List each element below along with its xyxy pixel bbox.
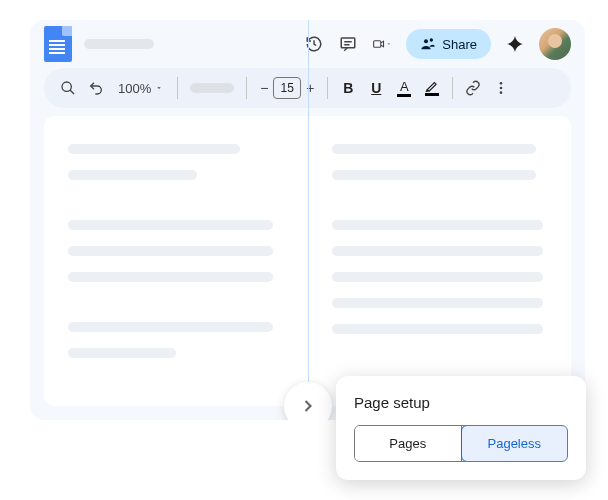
font-size-control: − 15 + [255, 77, 319, 99]
text-line [68, 348, 176, 358]
pageless-option[interactable]: Pageless [461, 425, 569, 462]
undo-icon[interactable] [84, 76, 108, 100]
page-left[interactable] [44, 116, 308, 406]
svg-rect-3 [374, 41, 381, 48]
font-size-increase[interactable]: + [301, 77, 319, 99]
divider [452, 77, 453, 99]
font-placeholder[interactable] [190, 83, 234, 93]
svg-point-9 [500, 87, 503, 90]
underline-button[interactable]: U [364, 80, 388, 96]
svg-point-5 [430, 38, 433, 41]
svg-point-10 [500, 91, 503, 94]
divider [177, 77, 178, 99]
zoom-selector[interactable]: 100% [112, 81, 169, 96]
text-line [68, 322, 273, 332]
text-line [332, 324, 543, 334]
font-size-decrease[interactable]: − [255, 77, 273, 99]
docs-logo-icon[interactable] [44, 26, 72, 62]
page-divider [308, 20, 309, 420]
svg-point-8 [500, 82, 503, 85]
text-line [332, 246, 543, 256]
text-line [332, 272, 543, 282]
text-line [68, 220, 273, 230]
comment-icon[interactable] [338, 34, 358, 54]
page-setup-popup: Page setup Pages Pageless [336, 376, 586, 480]
font-size-input[interactable]: 15 [273, 77, 301, 99]
highlight-button[interactable] [420, 76, 444, 100]
meet-icon[interactable] [372, 34, 392, 54]
text-line [68, 272, 273, 282]
text-line [68, 144, 240, 154]
share-label: Share [442, 37, 477, 52]
more-icon[interactable] [489, 76, 513, 100]
text-line [68, 246, 273, 256]
pages-option[interactable]: Pages [355, 426, 462, 461]
svg-point-4 [424, 39, 428, 43]
share-button[interactable]: Share [406, 29, 491, 59]
header-actions: Share [304, 28, 571, 60]
divider [327, 77, 328, 99]
text-line [332, 170, 537, 180]
text-line [332, 144, 537, 154]
svg-line-7 [70, 90, 74, 94]
text-line [68, 170, 197, 180]
popup-title: Page setup [354, 394, 568, 411]
gemini-star-icon[interactable] [505, 34, 525, 54]
document-area [30, 116, 585, 420]
svg-rect-0 [342, 38, 356, 48]
docs-window: Share 100% − 15 + B U A [30, 20, 585, 420]
document-title-placeholder[interactable] [84, 39, 154, 49]
text-line [332, 220, 543, 230]
zoom-value: 100% [118, 81, 151, 96]
page-right[interactable] [308, 116, 572, 406]
svg-point-6 [62, 82, 71, 91]
divider [246, 77, 247, 99]
text-line [332, 298, 543, 308]
avatar[interactable] [539, 28, 571, 60]
bold-button[interactable]: B [336, 80, 360, 96]
page-setup-segmented: Pages Pageless [354, 425, 568, 462]
search-icon[interactable] [56, 76, 80, 100]
text-color-button[interactable]: A [392, 76, 416, 100]
link-icon[interactable] [461, 76, 485, 100]
